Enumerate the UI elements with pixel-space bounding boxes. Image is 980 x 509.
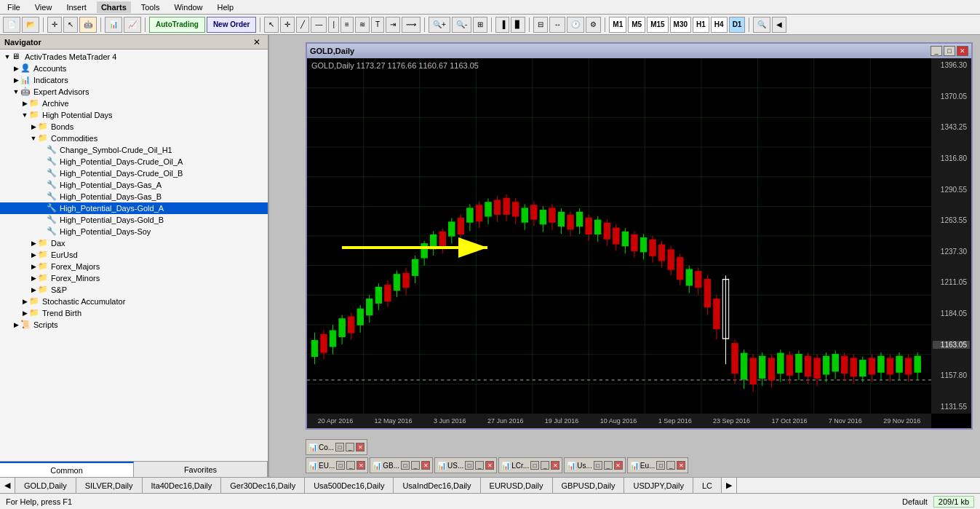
tool-fibseq[interactable]: ≋ (355, 17, 370, 33)
zoom-out-btn[interactable]: 🔍- (452, 17, 471, 33)
tf-m30[interactable]: M30 (670, 17, 691, 33)
expand-stoch[interactable]: ▶ (20, 298, 29, 305)
tf-m15[interactable]: M15 (647, 17, 668, 33)
expand-tb[interactable]: ▶ (20, 309, 29, 317)
tree-archive[interactable]: ▶ 📁 Archive (0, 98, 268, 109)
tool-arrow[interactable]: ↖ (264, 17, 279, 33)
tool-line[interactable]: ╱ (296, 17, 309, 33)
btn2[interactable]: 📈 (124, 17, 141, 33)
chart-restore-btn[interactable]: □ (944, 46, 955, 56)
expand-indicators[interactable]: ▶ (12, 76, 20, 84)
mc11[interactable]: _ (541, 461, 549, 470)
tree-activtrades[interactable]: ▼ 🖥 ActivTrades MetaTrader 4 (0, 51, 268, 63)
mc3[interactable]: ✕ (356, 461, 365, 470)
mc6[interactable]: ✕ (421, 461, 430, 470)
btn1[interactable]: 📊 (105, 17, 122, 33)
tree-high-potential[interactable]: ▼ 📁 High Potential Days (0, 109, 268, 121)
tab-scroll-right[interactable]: ▶ (722, 478, 737, 493)
autotrading-btn[interactable]: AutoTrading (149, 17, 205, 33)
navigator-close-btn[interactable]: ✕ (250, 37, 263, 47)
tab-usaind[interactable]: UsaIndDec16,Daily (394, 478, 480, 493)
mc15[interactable]: ✕ (614, 461, 623, 470)
expand-accounts[interactable]: ▶ (12, 65, 20, 72)
tab-common[interactable]: Common (0, 462, 134, 477)
tool-hline[interactable]: — (311, 17, 327, 33)
expand-eurusd[interactable]: ▶ (29, 251, 38, 259)
menu-file[interactable]: File (3, 1, 25, 13)
mc12[interactable]: ✕ (551, 461, 559, 470)
mini-eu2[interactable]: 📊 Eu... □ _ ✕ (627, 457, 689, 473)
mini-gb[interactable]: 📊 GB... □ _ ✕ (370, 457, 433, 473)
tree-forex-minors[interactable]: ▶ 📁 Forex_Minors (0, 272, 268, 284)
tab-silver-daily[interactable]: SILVER,Daily (76, 478, 143, 493)
chart-minimize-btn[interactable]: _ (931, 46, 942, 56)
expert-btn[interactable]: 🤖 (79, 17, 97, 33)
tree-forex-majors[interactable]: ▶ 📁 Forex_Majors (0, 261, 268, 272)
mini-us2[interactable]: 📊 Us... □ _ ✕ (564, 457, 626, 473)
zoom-in-btn[interactable]: 🔍+ (429, 17, 450, 33)
tree-sp[interactable]: ▶ 📁 S&P (0, 284, 268, 296)
tree-accounts[interactable]: ▶ 👤 Accounts (0, 63, 268, 74)
mc4[interactable]: □ (401, 461, 410, 470)
tab-usa500[interactable]: Usa500Dec16,Daily (305, 478, 394, 493)
mc1[interactable]: □ (336, 461, 345, 470)
mc9[interactable]: ✕ (485, 461, 494, 470)
tf-d1[interactable]: D1 (729, 17, 746, 33)
expand-commodities[interactable]: ▼ (29, 135, 38, 142)
period-sep-btn[interactable]: ⊟ (533, 17, 548, 33)
tree-bonds[interactable]: ▶ 📁 Bonds (0, 121, 268, 133)
open-btn[interactable]: 📂 (22, 17, 39, 33)
tf-m5[interactable]: M5 (628, 17, 645, 33)
tree-crude-a[interactable]: 🔧 High_Potential_Days-Crude_Oil_A (0, 156, 268, 167)
mc14[interactable]: _ (604, 461, 613, 470)
expand-dax[interactable]: ▶ (29, 240, 38, 247)
tree-gas-b[interactable]: 🔧 High_Potential_Days-Gas_B (0, 191, 268, 202)
tool-channel[interactable]: ≡ (340, 17, 354, 33)
mc18[interactable]: ✕ (677, 461, 685, 470)
mc17[interactable]: _ (666, 461, 675, 470)
mc2[interactable]: _ (346, 461, 355, 470)
time-btn[interactable]: 🕐 (567, 17, 584, 33)
expand-scripts[interactable]: ▶ (12, 321, 20, 328)
tool-text[interactable]: T (371, 17, 384, 33)
menu-charts[interactable]: Charts (97, 1, 131, 13)
tool-crosshair[interactable]: ✛ (280, 17, 295, 33)
menu-view[interactable]: View (31, 1, 57, 13)
tree-gas-a[interactable]: 🔧 High_Potential_Days-Gas_A (0, 179, 268, 191)
tree-eurusd[interactable]: ▶ 📁 EurUsd (0, 249, 268, 261)
tree-dax[interactable]: ▶ 📁 Dax (0, 237, 268, 249)
tree-gold-b[interactable]: 🔧 High_Potential_Days-Gold_B (0, 214, 268, 226)
tab-scroll-left[interactable]: ◀ (0, 478, 15, 493)
expand-activtrades[interactable]: ▼ (3, 53, 12, 60)
search-btn[interactable]: 🔍 (753, 17, 770, 33)
tool-wave[interactable]: ⟿ (402, 17, 421, 33)
mc8[interactable]: _ (475, 461, 484, 470)
expand-sp[interactable]: ▶ (29, 286, 38, 293)
mc16[interactable]: □ (656, 461, 665, 470)
tree-trend-birth[interactable]: ▶ 📁 Trend Birth (0, 307, 268, 319)
mini-close[interactable]: ✕ (356, 443, 364, 451)
mc13[interactable]: □ (594, 461, 602, 470)
mini-window-co[interactable]: 📊 Co... □ _ ✕ (306, 439, 367, 455)
chart-mode1[interactable]: ▐ (495, 17, 509, 33)
expand-archive[interactable]: ▶ (20, 100, 29, 107)
expand-fmin[interactable]: ▶ (29, 275, 38, 282)
mini-min[interactable]: _ (346, 443, 354, 451)
tab-ger30[interactable]: Ger30Dec16,Daily (221, 478, 305, 493)
menu-help[interactable]: Help (213, 1, 239, 13)
tree-stochastic[interactable]: ▶ 📁 Stochastic Accumulator (0, 296, 268, 307)
tool-vline[interactable]: | (328, 17, 339, 33)
mini-lcr[interactable]: 📊 LCr... □ _ ✕ (498, 457, 562, 473)
properties-btn[interactable]: ⊞ (473, 17, 487, 33)
mini-restore[interactable]: □ (335, 443, 344, 451)
menu-tools[interactable]: Tools (137, 1, 164, 13)
auto-scroll[interactable]: ↔ (549, 17, 565, 33)
tab-eurusd[interactable]: EURUSD,Daily (481, 478, 553, 493)
tab-gbpusd[interactable]: GBPUSD,Daily (553, 478, 625, 493)
expand-hp[interactable]: ▼ (20, 111, 29, 119)
arrow-btn[interactable]: ↖ (63, 17, 78, 33)
tab-usdjpy[interactable]: USDJPY,Daily (624, 478, 693, 493)
mini-eu[interactable]: 📊 EU... □ _ ✕ (306, 457, 368, 473)
tree-scripts[interactable]: ▶ 📜 Scripts (0, 319, 268, 331)
mc10[interactable]: □ (530, 461, 539, 470)
